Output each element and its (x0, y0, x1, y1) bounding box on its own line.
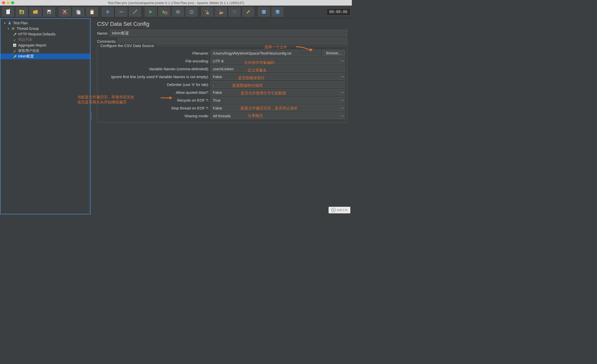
open-file-button[interactable] (29, 7, 42, 17)
broom-all-icon (218, 9, 224, 15)
tree-node-thread-group[interactable]: ▼ Thread Group (1, 26, 90, 31)
delimiter-input[interactable] (211, 81, 345, 88)
svg-rect-5 (48, 10, 50, 11)
binoculars-icon (232, 9, 238, 15)
shutdown-icon (189, 9, 195, 15)
svg-point-46 (15, 49, 16, 50)
tree-label: HTTP Request Defaults (18, 32, 56, 36)
broom-sparkle-icon (245, 9, 251, 15)
tree-node-http-defaults[interactable]: HTTP Request Defaults (1, 31, 90, 37)
help-icon: ? (274, 9, 281, 15)
stop-select[interactable]: False (211, 105, 345, 111)
start-no-pause-button[interactable] (158, 7, 171, 17)
paste-button[interactable] (85, 7, 99, 17)
function-helper-button[interactable] (257, 7, 270, 17)
svg-point-7 (63, 12, 64, 14)
filename-input[interactable] (211, 50, 321, 56)
fieldset-legend: Configure the CSV Data Source (99, 43, 155, 48)
sharing-label: Sharing mode: (99, 114, 211, 118)
quoted-label: Allow quoted data?: (99, 90, 211, 95)
recycle-select[interactable]: True (211, 97, 345, 103)
tree-node-product-list[interactable]: 商品列表 (1, 37, 90, 42)
reset-search-button[interactable] (242, 7, 255, 17)
search-button[interactable] (228, 7, 241, 17)
window-title: Test Plan.jmx (/usr/local/apache-jmeter-… (108, 1, 244, 5)
svg-point-20 (136, 10, 137, 11)
delimiter-label: Delimiter (use '\t' for tab): (99, 82, 211, 87)
svg-rect-12 (77, 11, 80, 14)
clear-all-button[interactable] (214, 7, 227, 17)
logo-icon (331, 208, 336, 212)
svg-line-10 (63, 10, 66, 12)
svg-rect-33 (235, 10, 236, 11)
config-panel: CSV Data Set Config Name: Comments: Conf… (93, 18, 352, 214)
name-input[interactable] (110, 30, 347, 36)
window-controls (2, 1, 14, 4)
wand-icon (132, 9, 138, 15)
test-plan-tree[interactable]: ▼ Test Plan ▼ Thread Group HTTP Request … (0, 18, 90, 214)
stop-button[interactable] (171, 7, 185, 17)
expand-arrow-icon: ▼ (4, 22, 7, 25)
save-button[interactable] (42, 7, 56, 17)
maximize-window-button[interactable] (11, 1, 14, 4)
quoted-select[interactable]: False (211, 89, 345, 96)
templates-button[interactable] (15, 7, 28, 17)
svg-rect-14 (91, 9, 93, 10)
scissors-icon (62, 9, 68, 15)
tree-node-test-plan[interactable]: ▼ Test Plan (1, 20, 90, 26)
minus-icon (118, 9, 124, 15)
start-button[interactable] (144, 7, 157, 17)
svg-rect-28 (221, 12, 223, 14)
toolbar: ? 00:00:06 (0, 6, 352, 18)
svg-rect-43 (14, 45, 14, 46)
sharing-select[interactable]: All threads (211, 112, 345, 119)
shutdown-button[interactable] (185, 7, 198, 17)
tree-label: Test Plan (13, 21, 28, 25)
varnames-input[interactable] (211, 65, 345, 72)
pipette-icon (12, 37, 17, 42)
copy-icon (75, 9, 81, 15)
expand-button[interactable] (101, 7, 114, 17)
ignore-first-select[interactable]: False (211, 73, 345, 80)
clear-button[interactable] (201, 7, 214, 17)
tree-label: Thread Group (17, 27, 39, 31)
varnames-label: Variable Names (comma-delimited): (99, 67, 211, 71)
svg-point-8 (65, 12, 67, 14)
new-file-button[interactable] (2, 7, 15, 17)
expand-arrow-icon: ▼ (7, 27, 11, 30)
tree-label: 获取用户信息 (18, 49, 39, 53)
comments-label: Comments: (97, 39, 117, 43)
tree-label: 商品列表 (18, 37, 32, 42)
svg-line-19 (133, 11, 136, 14)
tree-node-get-user-info[interactable]: 获取用户信息 (1, 48, 90, 54)
cut-button[interactable] (58, 7, 71, 17)
stop-icon (175, 9, 181, 15)
recycle-label: Recycle on EOF ?: (99, 98, 211, 102)
wrench-icon (12, 54, 17, 59)
help-button[interactable]: ? (271, 7, 284, 17)
flask-icon (7, 21, 12, 25)
browse-button[interactable]: Browse... (322, 50, 345, 56)
svg-rect-15 (91, 11, 93, 14)
broom-icon (204, 9, 210, 15)
minimize-window-button[interactable] (7, 1, 10, 4)
svg-point-41 (13, 28, 14, 29)
close-window-button[interactable] (2, 1, 5, 4)
svg-rect-44 (14, 44, 15, 46)
tree-node-aggregate-report[interactable]: Aggregate Report (1, 42, 90, 48)
watermark: 创新互联 (329, 207, 350, 213)
encoding-select[interactable]: UTF-8 (211, 58, 345, 64)
toggle-button[interactable] (128, 7, 142, 17)
timer-display: 00:00:06 (327, 8, 350, 15)
ignore-first-label: Ignore first line (only used if Variable… (99, 75, 211, 79)
panel-splitter[interactable] (90, 18, 93, 214)
panel-title: CSV Data Set Config (97, 21, 347, 27)
play-icon (148, 9, 154, 15)
plus-icon (105, 9, 111, 15)
collapse-button[interactable] (115, 7, 128, 17)
svg-rect-45 (15, 45, 16, 46)
title-bar: Test Plan.jmx (/usr/local/apache-jmeter-… (0, 0, 352, 6)
tree-node-token-config[interactable]: token配置 (1, 54, 90, 59)
copy-button[interactable] (72, 7, 85, 17)
folder-template-icon (19, 9, 25, 15)
